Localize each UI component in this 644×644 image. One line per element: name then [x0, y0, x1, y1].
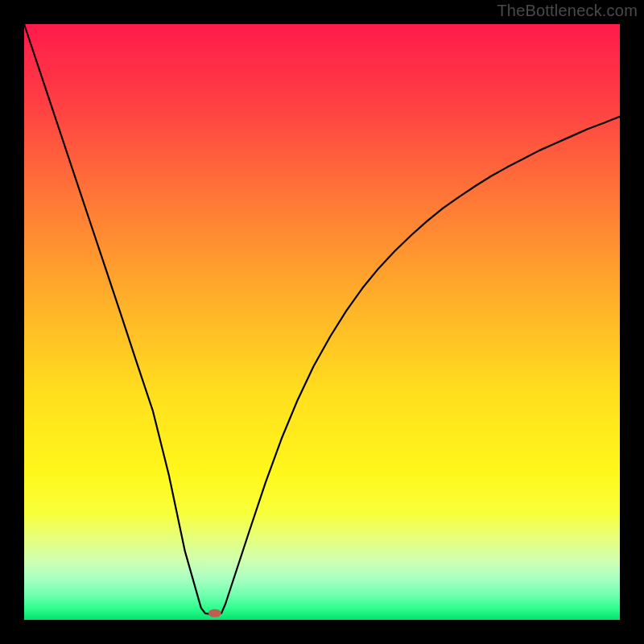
watermark-text: TheBottleneck.com [497, 2, 638, 20]
chart-canvas [0, 0, 644, 644]
plot-background-gradient [24, 24, 620, 620]
chart-root: TheBottleneck.com [0, 0, 644, 644]
optimal-point-marker [208, 609, 221, 617]
